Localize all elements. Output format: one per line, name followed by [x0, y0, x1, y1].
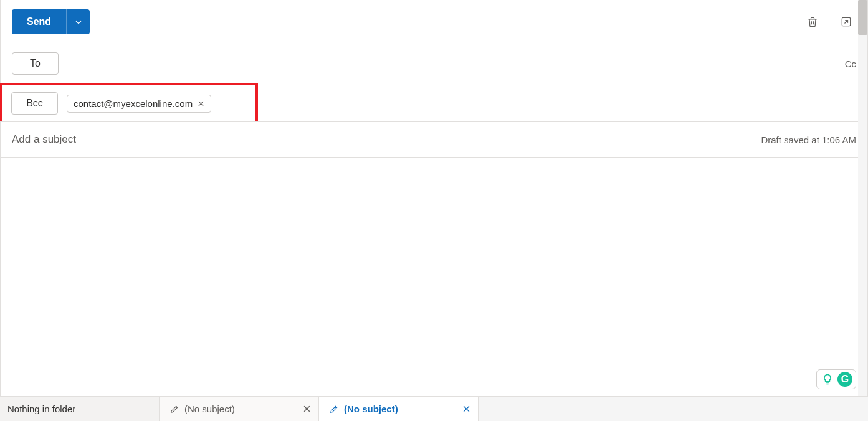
- recipient-email: contact@myexcelonline.com: [74, 98, 193, 109]
- folder-status-tab[interactable]: Nothing in folder: [0, 397, 160, 421]
- draft-tab-1[interactable]: (No subject): [160, 397, 319, 421]
- close-icon: [303, 405, 311, 413]
- to-row[interactable]: To Cc: [1, 44, 867, 83]
- lightbulb-icon: [820, 372, 835, 387]
- send-button-group: Send: [12, 9, 90, 34]
- remove-recipient-button[interactable]: [198, 100, 204, 107]
- compose-window: Send To Cc Bcc contact@myexcelonline.com: [0, 0, 868, 397]
- send-button[interactable]: Send: [12, 9, 66, 34]
- draft-saved-status: Draft saved at 1:06 AM: [761, 135, 856, 145]
- folder-status-text: Nothing in folder: [7, 404, 75, 414]
- assistant-badge[interactable]: G: [816, 369, 856, 389]
- cc-toggle[interactable]: Cc: [845, 59, 856, 69]
- close-icon: [462, 405, 470, 413]
- to-button[interactable]: To: [12, 52, 59, 75]
- close-icon: [198, 100, 204, 107]
- draft-tab-2[interactable]: (No subject): [319, 397, 479, 421]
- chevron-down-icon: [74, 17, 83, 26]
- draft-tab-label: (No subject): [344, 404, 398, 414]
- scrollbar-thumb[interactable]: [858, 0, 867, 35]
- trash-icon: [806, 16, 819, 28]
- discard-button[interactable]: [803, 12, 823, 32]
- close-tab-button[interactable]: [462, 405, 470, 413]
- bcc-row[interactable]: Bcc contact@myexcelonline.com: [0, 83, 258, 121]
- message-body[interactable]: G: [1, 158, 867, 397]
- grammarly-icon: G: [837, 372, 852, 387]
- tabs-empty-area: [479, 397, 868, 421]
- pencil-icon: [169, 404, 179, 414]
- vertical-scrollbar[interactable]: [858, 0, 867, 397]
- pencil-icon: [329, 404, 339, 414]
- popout-button[interactable]: [836, 12, 856, 32]
- bcc-button[interactable]: Bcc: [11, 92, 58, 115]
- popout-icon: [840, 16, 852, 28]
- subject-input[interactable]: [12, 133, 761, 146]
- recipient-chip[interactable]: contact@myexcelonline.com: [67, 95, 211, 113]
- bottom-tabs: Nothing in folder (No subject) (No subje…: [0, 396, 868, 421]
- send-options-dropdown[interactable]: [66, 9, 90, 34]
- subject-row: Draft saved at 1:06 AM: [1, 122, 867, 158]
- compose-toolbar: Send: [1, 0, 867, 44]
- close-tab-button[interactable]: [303, 405, 311, 413]
- draft-tab-label: (No subject): [184, 404, 235, 414]
